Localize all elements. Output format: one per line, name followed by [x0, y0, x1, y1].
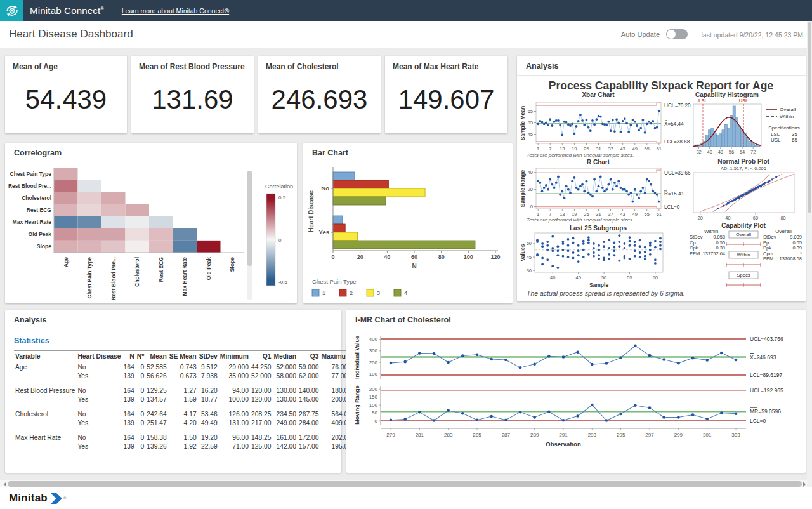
svg-text:80: 80 — [438, 254, 445, 260]
correlogram-cell — [54, 192, 78, 204]
stats-col-header: Q1 — [250, 351, 273, 362]
svg-text:65: 65 — [528, 109, 533, 114]
svg-text:Last 25 Subgroups: Last 25 Subgroups — [570, 225, 627, 232]
svg-text:Capability Plot: Capability Plot — [721, 222, 766, 229]
kpi-card-mean-cholesterol: Mean of Cholesterol 246.693 — [258, 56, 381, 133]
horizontal-scrollbar[interactable] — [0, 480, 812, 487]
svg-text:Old Peak: Old Peak — [206, 257, 212, 281]
svg-text:299: 299 — [674, 432, 683, 438]
table-row: Max Heart RateNo1640158.381.5019.2096.00… — [14, 433, 353, 442]
svg-text:USL: USL — [771, 137, 781, 143]
svg-text:65: 65 — [792, 137, 797, 143]
panel-title: Correlogram — [5, 143, 297, 162]
svg-text:40: 40 — [384, 254, 390, 260]
kpi-label: Mean of Max Heart Rate — [385, 56, 508, 77]
svg-text:LCL=0: LCL=0 — [750, 418, 766, 424]
svg-text:45: 45 — [576, 275, 581, 281]
svg-text:LSL: LSL — [771, 131, 780, 137]
correlogram-cell — [126, 228, 150, 241]
stats-col-header: Median — [273, 351, 298, 362]
panel-title: I-MR Chart of Cholesterol — [346, 310, 806, 329]
svg-text:287: 287 — [502, 432, 511, 438]
stats-col-header: Variable — [14, 351, 76, 362]
svg-text:291: 291 — [559, 432, 568, 438]
svg-text:295: 295 — [617, 432, 625, 438]
svg-text:Xbar Chart: Xbar Chart — [582, 91, 615, 98]
svg-text:48: 48 — [718, 149, 723, 155]
footer-brand-text: Minitab — [9, 492, 48, 505]
svg-text:UCL=39.66: UCL=39.66 — [664, 170, 691, 176]
bar-No-cpt1 — [333, 172, 355, 180]
svg-text:45: 45 — [527, 255, 532, 260]
svg-text:55: 55 — [528, 120, 533, 126]
bar-Yes-cpt1 — [333, 216, 343, 224]
svg-text:No: No — [321, 185, 329, 192]
svg-text:30: 30 — [527, 268, 532, 274]
vertical-scroll-thumb[interactable] — [808, 22, 811, 213]
correlogram-cell — [173, 228, 197, 241]
table-row: Rest Blood PressureNo1640129.251.2716.20… — [14, 386, 353, 395]
stats-col-header: Q3 — [298, 351, 320, 362]
svg-text:Chest Pain Type: Chest Pain Type — [312, 278, 357, 285]
svg-text:Sample: Sample — [589, 282, 609, 288]
correlogram-cell — [78, 192, 102, 204]
svg-text:X=54.44: X=54.44 — [664, 121, 684, 127]
svg-text:60: 60 — [753, 215, 758, 221]
gear-sync-icon — [5, 4, 19, 18]
correlogram-scrollbar-thumb — [247, 171, 252, 266]
svg-text:2: 2 — [350, 290, 353, 296]
bar-Yes-cpt4 — [333, 241, 475, 249]
svg-text:Heart Disease: Heart Disease — [308, 190, 315, 232]
svg-text:Rest Blood Pre...: Rest Blood Pre... — [110, 257, 117, 300]
correlogram-cell — [126, 204, 150, 216]
svg-text:60: 60 — [653, 275, 658, 281]
svg-text:0.5: 0.5 — [278, 195, 286, 201]
bar-Yes-cpt3 — [333, 232, 357, 241]
bar-Yes-cpt2 — [333, 224, 345, 232]
statistics-table: VariableHeart DiseaseNN*MeanSE MeanStDev… — [14, 350, 353, 451]
svg-text:1: 1 — [322, 290, 325, 296]
panel-title: Bar Chart — [303, 143, 513, 162]
bar-No-cpt2 — [333, 180, 388, 188]
svg-text:25: 25 — [584, 146, 589, 152]
svg-text:35: 35 — [792, 131, 797, 137]
imr-chart-panel: I-MR Chart of Cholesterol 100200300400UC… — [346, 310, 806, 473]
svg-text:4: 4 — [404, 290, 407, 296]
page-title: Heart Disease Dashboard — [9, 28, 133, 41]
svg-text:Specifications: Specifications — [768, 125, 799, 131]
correlogram-cell — [78, 228, 102, 241]
svg-text:-0.5: -0.5 — [278, 279, 287, 285]
horizontal-scroll-thumb[interactable] — [8, 481, 802, 487]
correlogram-cell — [126, 241, 150, 253]
svg-text:Process Capability Sixpack Rep: Process Capability Sixpack Report for Ag… — [549, 79, 774, 92]
svg-text:137068.58: 137068.58 — [780, 256, 802, 261]
scroll-left-arrow[interactable] — [1, 482, 6, 487]
correlogram-cell — [54, 241, 78, 253]
registered-mark: ® — [63, 496, 66, 500]
stats-col-header: N* — [136, 351, 145, 362]
correlogram-cell — [54, 204, 78, 216]
svg-text:19: 19 — [572, 146, 577, 152]
correlogram-cell — [102, 228, 126, 241]
minitab-connect-logo-icon[interactable] — [0, 0, 23, 21]
svg-text:100: 100 — [369, 371, 378, 377]
svg-text:Old Peak: Old Peak — [29, 231, 52, 237]
correlogram-cell — [78, 180, 102, 192]
svg-text:0: 0 — [530, 204, 533, 209]
table-row: Yes139056.6260.6737.93835.00052.00058.00… — [14, 371, 353, 380]
svg-text:X=246.693: X=246.693 — [750, 354, 776, 360]
svg-text:200: 200 — [369, 387, 378, 392]
bar-chart-panel: Bar Chart NoYes020406080100120NHeart Dis… — [303, 143, 513, 303]
svg-text:55: 55 — [645, 211, 650, 217]
stats-col-header: Minimum — [219, 351, 250, 362]
svg-text:UCL=192.965: UCL=192.965 — [750, 387, 783, 393]
svg-text:56: 56 — [729, 149, 734, 155]
svg-text:283: 283 — [444, 432, 453, 438]
vertical-scrollbar[interactable] — [807, 21, 812, 509]
svg-text:1: 1 — [537, 211, 539, 217]
svg-text:Tests are performed with unequ: Tests are performed with unequal sample … — [527, 152, 634, 158]
svg-text:UCL=70.20: UCL=70.20 — [664, 103, 691, 109]
auto-update-toggle[interactable] — [666, 29, 688, 39]
svg-text:32: 32 — [696, 149, 701, 155]
learn-more-link[interactable]: Learn more about Minitab Connect® — [122, 7, 229, 15]
